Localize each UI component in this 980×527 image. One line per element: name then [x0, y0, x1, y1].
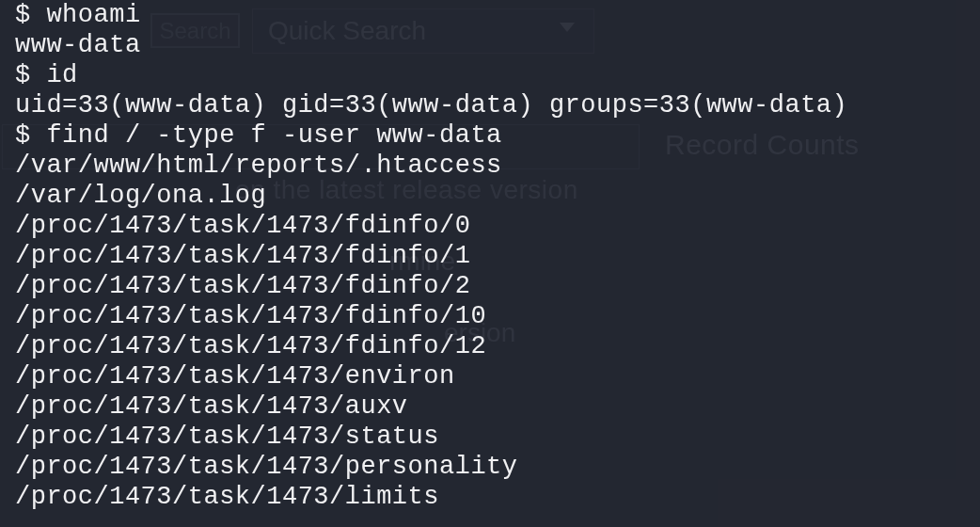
terminal-line: /proc/1473/task/1473/personality — [15, 452, 980, 482]
terminal-line: $ find / -type f -user www-data — [15, 120, 980, 151]
terminal-line: /proc/1473/task/1473/fdinfo/2 — [15, 271, 980, 301]
terminal-line: $ id — [15, 60, 980, 90]
terminal-line: /proc/1473/task/1473/auxv — [15, 391, 980, 422]
terminal-line: uid=33(www-data) gid=33(www-data) groups… — [15, 90, 980, 120]
terminal-line: /proc/1473/task/1473/fdinfo/0 — [15, 211, 980, 241]
terminal-line: www-data — [15, 30, 980, 60]
terminal-line: /var/log/ona.log — [15, 181, 980, 211]
terminal-line: /proc/1473/task/1473/environ — [15, 361, 980, 391]
terminal-line: /proc/1473/task/1473/fdinfo/1 — [15, 241, 980, 271]
terminal-line: /var/www/html/reports/.htaccess — [15, 151, 980, 181]
terminal-line: /proc/1473/task/1473/fdinfo/12 — [15, 331, 980, 361]
terminal-output[interactable]: $ whoamiwww-data$ iduid=33(www-data) gid… — [0, 0, 980, 527]
terminal-line: /proc/1473/task/1473/limits — [15, 482, 980, 512]
terminal-line: /proc/1473/task/1473/status — [15, 422, 980, 452]
terminal-line: $ whoami — [15, 0, 980, 30]
terminal-line: /proc/1473/task/1473/fdinfo/10 — [15, 301, 980, 331]
